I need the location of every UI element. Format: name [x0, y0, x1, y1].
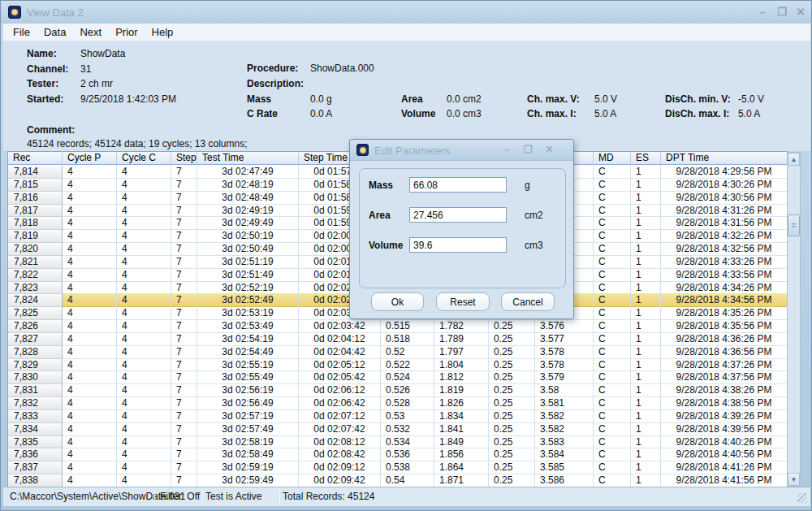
row-record-cell: 7,824: [8, 294, 63, 307]
table-cell: 1.864: [434, 461, 489, 474]
column-header-es[interactable]: ES: [631, 152, 661, 164]
table-row[interactable]: 7,8344473d 02:57:490d 02:07:420.5321.841…: [8, 423, 787, 436]
table-cell: 4: [63, 307, 117, 320]
table-cell: 1: [631, 448, 661, 461]
table-row[interactable]: 7,8314473d 02:56:190d 02:06:120.5261.819…: [8, 384, 787, 397]
dialog-close-button[interactable]: ✕: [542, 145, 557, 156]
table-cell: 4: [63, 230, 117, 243]
table-row[interactable]: 7,8284473d 02:54:490d 02:04:420.521.7970…: [8, 346, 787, 359]
table-cell: 4: [117, 307, 171, 320]
column-header-test-time[interactable]: Test Time: [197, 152, 299, 164]
table-cell: 4: [63, 217, 117, 230]
dialog-minimize-button[interactable]: –: [499, 145, 515, 156]
table-row[interactable]: 7,8304473d 02:55:490d 02:05:420.5241.812…: [8, 371, 787, 384]
table-cell: 0d 02:05:12: [299, 359, 381, 372]
table-cell: 9/28/2018 4:31:56 PM: [661, 217, 788, 230]
table-cell: 1: [631, 294, 661, 307]
menu-item-next[interactable]: Next: [80, 24, 102, 41]
table-cell: 0.25: [489, 410, 535, 423]
table-cell: 3d 02:50:19: [197, 230, 299, 243]
table-cell: 1: [631, 461, 661, 474]
area-unit-label: cm2: [525, 210, 543, 221]
maximize-button[interactable]: ❐: [774, 6, 790, 19]
volume-input[interactable]: [409, 237, 507, 253]
table-row[interactable]: 7,8294473d 02:55:190d 02:05:120.5221.804…: [8, 359, 787, 372]
table-cell: C: [594, 166, 631, 179]
table-cell: 1: [631, 359, 661, 372]
table-cell: 9/28/2018 4:32:26 PM: [661, 230, 788, 243]
table-cell: 4: [117, 397, 171, 410]
table-row[interactable]: 7,8264473d 02:53:490d 02:03:420.5151.782…: [8, 320, 787, 333]
table-cell: 4: [63, 410, 117, 423]
resize-grip[interactable]: [797, 493, 807, 503]
table-cell: 0.534: [381, 436, 434, 449]
mass-value: 0.0 g: [310, 93, 332, 105]
table-cell: 9/28/2018 4:39:56 PM: [661, 423, 788, 436]
dialog-maximize-button[interactable]: ❐: [520, 145, 536, 156]
table-cell: 9/28/2018 4:33:56 PM: [661, 269, 788, 282]
menu-item-file[interactable]: File: [13, 24, 30, 41]
table-cell: 4: [117, 436, 171, 449]
table-cell: 1.782: [434, 320, 489, 333]
table-row[interactable]: 7,8384473d 02:59:490d 02:09:420.541.8710…: [8, 474, 787, 487]
column-header-md[interactable]: MD: [594, 152, 631, 164]
scroll-thumb[interactable]: =: [788, 214, 800, 236]
table-cell: 1: [631, 384, 661, 397]
row-record-cell: 7,835: [8, 436, 63, 449]
table-cell: 0d 02:06:12: [299, 384, 381, 397]
status-filter: Filter: Off: [160, 487, 200, 506]
table-row[interactable]: 7,8334473d 02:57:190d 02:07:120.531.8340…: [8, 410, 787, 423]
table-cell: C: [594, 179, 631, 192]
table-row[interactable]: 7,8354473d 02:58:190d 02:08:120.5341.849…: [8, 436, 787, 449]
menu-item-prior[interactable]: Prior: [115, 24, 137, 41]
table-cell: 1: [631, 410, 661, 423]
cancel-button[interactable]: Cancel: [501, 292, 555, 311]
column-header-dpt-time[interactable]: DPT Time: [661, 152, 788, 164]
ok-button[interactable]: Ok: [371, 292, 424, 311]
channel-label: Channel:: [27, 63, 68, 75]
table-row[interactable]: 7,8324473d 02:56:490d 02:06:420.5281.826…: [8, 397, 787, 410]
scroll-up-button[interactable]: ▲: [788, 153, 800, 166]
table-cell: 1.871: [434, 474, 489, 487]
mass-input[interactable]: [409, 177, 507, 193]
table-cell: 1: [631, 217, 661, 230]
table-cell: 3d 02:50:49: [197, 243, 299, 256]
reset-button[interactable]: Reset: [436, 292, 490, 311]
area-input[interactable]: [409, 207, 507, 223]
table-cell: 1: [631, 320, 661, 333]
row-record-cell: 7,837: [8, 461, 63, 474]
table-cell: 0.524: [381, 371, 434, 384]
table-cell: C: [594, 359, 631, 372]
mass-unit-label: g: [525, 180, 530, 191]
table-cell: 7: [171, 192, 197, 205]
table-cell: 4: [117, 461, 171, 474]
table-cell: 3.579: [535, 371, 594, 384]
row-record-cell: 7,815: [8, 179, 63, 192]
table-cell: 3.576: [535, 320, 594, 333]
close-button[interactable]: ✕: [793, 6, 809, 19]
table-cell: 3.582: [535, 410, 594, 423]
minimize-button[interactable]: –: [754, 6, 771, 19]
dialog-icon: [356, 144, 369, 156]
table-cell: C: [594, 192, 631, 205]
table-cell: 7: [171, 243, 197, 256]
table-cell: 4: [63, 269, 117, 282]
table-cell: 9/28/2018 4:40:56 PM: [661, 448, 788, 461]
column-header-cycle-c[interactable]: Cycle C: [117, 152, 171, 164]
table-cell: C: [594, 384, 631, 397]
table-row[interactable]: 7,8364473d 02:58:490d 02:08:420.5361.856…: [8, 448, 787, 461]
table-row[interactable]: 7,8274473d 02:54:190d 02:04:120.5181.789…: [8, 333, 787, 346]
column-header-step[interactable]: Step: [171, 152, 197, 164]
vertical-scrollbar[interactable]: ▲ = ▼: [787, 152, 801, 487]
procedure-label: Procedure:: [247, 63, 298, 74]
table-row[interactable]: 7,8374473d 02:59:190d 02:09:120.5381.864…: [8, 461, 787, 474]
table-cell: 4: [117, 333, 171, 346]
scroll-down-button[interactable]: ▼: [788, 473, 800, 486]
menu-item-data[interactable]: Data: [44, 24, 66, 41]
volume-value: 0.0 cm3: [447, 108, 482, 119]
column-header-cycle-p[interactable]: Cycle P: [63, 152, 117, 164]
table-cell: 0d 02:03:42: [299, 320, 381, 333]
column-header-rec[interactable]: Rec: [8, 152, 63, 164]
menu-item-help[interactable]: Help: [152, 24, 174, 41]
table-cell: 4: [63, 474, 117, 487]
